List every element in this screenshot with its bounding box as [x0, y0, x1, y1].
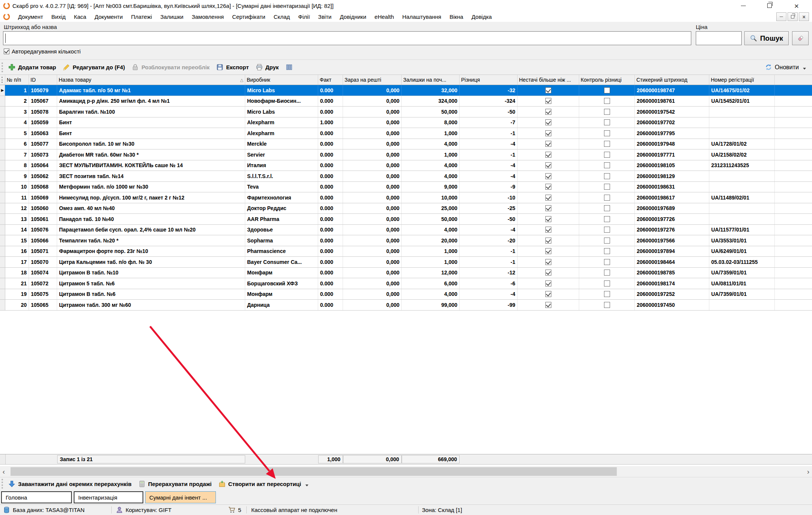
col-header-num[interactable]: № п/п [5, 75, 29, 85]
table-row[interactable]: 19105075Цитрамон В табл. №6Монфарм0.0000… [0, 289, 812, 300]
mdi-minimize-button[interactable] [776, 12, 786, 21]
menu-item-directories[interactable]: Довідники [335, 12, 370, 21]
edit-button[interactable]: Редагувати до (F4) [63, 64, 125, 71]
control-checkbox[interactable] [604, 152, 610, 158]
add-item-button[interactable]: Додати товар [8, 64, 56, 71]
minimize-button[interactable] [735, 0, 752, 11]
control-checkbox[interactable] [604, 270, 610, 276]
load-recounts-button[interactable]: Завантажити дані окремих перерахунків [8, 480, 132, 488]
barcode-input[interactable] [3, 31, 691, 45]
close-button[interactable]: × [788, 0, 805, 11]
table-row[interactable]: 14105076Парацетамол беби сусп. орал. 2,4… [0, 225, 812, 236]
menu-item-exit[interactable]: Вихід [47, 12, 70, 21]
control-checkbox[interactable] [604, 216, 610, 222]
table-row[interactable]: 8105064ЗЕСТ МУЛЬТИВИТАМИН. КОКТЕЙЛЬ саше… [0, 160, 812, 171]
table-row[interactable]: 20105065Цитрамон табл. 300 мг №60Дарница… [0, 300, 812, 311]
table-row[interactable]: 18105074Цитрамон В табл. №10Монфарм0.000… [0, 268, 812, 279]
table-row[interactable]: 5105063БинтAlexpharm0.0000,0001,000-1206… [0, 128, 812, 139]
shortage-checkbox[interactable] [545, 173, 551, 179]
export-button[interactable]: Експорт [216, 64, 249, 71]
table-row[interactable]: 2105067Амикацид р-р д/ин. 250 мг/мл фл. … [0, 96, 812, 107]
control-checkbox[interactable] [604, 109, 610, 115]
header-grip[interactable] [0, 75, 5, 85]
table-row[interactable]: ▶1105079Адамакс табл. п/о 50 мг №1Micro … [0, 85, 812, 96]
table-row[interactable]: 13105061Панадол таб. 10 №40AAR Pharma0.0… [0, 214, 812, 225]
shortage-checkbox[interactable] [545, 141, 551, 147]
control-checkbox[interactable] [604, 205, 610, 211]
col-header-producer[interactable]: Виробник [245, 75, 318, 85]
shortage-checkbox[interactable] [545, 280, 551, 286]
autoedit-checkbox[interactable] [4, 49, 9, 54]
scroll-right-arrow[interactable]: › [804, 466, 812, 477]
col-header-shortage[interactable]: Нестачі більше ніж ... [518, 75, 579, 85]
shortage-checkbox[interactable] [545, 162, 551, 168]
table-row[interactable]: 4105059БинтAlexpharm1.0000,0008,000-7206… [0, 117, 812, 128]
menu-item-stock[interactable]: Залишки [156, 12, 188, 21]
shortage-checkbox[interactable] [545, 119, 551, 125]
restore-button[interactable] [761, 0, 778, 11]
table-row[interactable]: 17105070Цитра Кальцемин таб. п/о фл. № 3… [0, 257, 812, 268]
mdi-close-button[interactable]: × [799, 12, 809, 21]
scrollbar-thumb[interactable] [11, 467, 617, 476]
shortage-checkbox[interactable] [545, 195, 551, 201]
shortage-checkbox[interactable] [545, 205, 551, 211]
table-row[interactable]: 6105077Бисопролол табл. 10 мг №30Merckle… [0, 139, 812, 150]
menu-item-document[interactable]: Документ [14, 12, 47, 21]
shortage-checkbox[interactable] [545, 109, 551, 115]
control-checkbox[interactable] [604, 130, 610, 136]
col-header-diff[interactable]: Різниця [460, 75, 518, 85]
shortage-checkbox[interactable] [545, 302, 551, 308]
control-checkbox[interactable] [604, 162, 610, 168]
toolbar-grip[interactable] [2, 479, 5, 489]
menu-item-certificates[interactable]: Сертифікати [228, 12, 269, 21]
control-checkbox[interactable] [604, 119, 610, 125]
recalculate-sales-button[interactable]: Перерахувати продажі [138, 480, 212, 488]
col-header-reg[interactable]: Номер регістрації [709, 75, 775, 85]
control-checkbox[interactable] [604, 173, 610, 179]
shortage-checkbox[interactable] [545, 238, 551, 244]
col-header-name[interactable]: Назва товару △ [57, 75, 245, 85]
shortage-checkbox[interactable] [545, 98, 551, 104]
shortage-checkbox[interactable] [545, 152, 551, 158]
col-header-id[interactable]: ID [29, 75, 57, 85]
table-row[interactable]: 9105062ЗЕСТ позитив табл. №14S.l.l.T.S.r… [0, 171, 812, 182]
menu-item-orders[interactable]: Замовлення [188, 12, 228, 21]
menu-item-reports[interactable]: Звіти [314, 12, 336, 21]
tab-inventory[interactable]: Інвентаризація [74, 491, 143, 503]
unlock-button[interactable]: Розблокувати переоблік [132, 64, 209, 71]
shortage-checkbox[interactable] [545, 184, 551, 190]
menu-item-ehealth[interactable]: eHealth [370, 12, 398, 21]
shortage-checkbox[interactable] [545, 87, 551, 93]
mdi-restore-button[interactable] [788, 12, 798, 21]
col-header-fact[interactable]: Факт [318, 75, 343, 85]
refresh-button[interactable]: Оновити [765, 60, 806, 75]
create-resort-act-button[interactable]: Створити акт пересортиці [219, 480, 308, 488]
menu-item-warehouse[interactable]: Склад [269, 12, 294, 21]
shortage-checkbox[interactable] [545, 259, 551, 265]
col-header-sticker[interactable]: Стикерний штрихкод [635, 75, 709, 85]
control-checkbox[interactable] [604, 87, 610, 93]
control-checkbox[interactable] [604, 184, 610, 190]
shortage-checkbox[interactable] [545, 227, 551, 233]
clear-button[interactable] [792, 31, 809, 45]
horizontal-scrollbar[interactable]: ‹ › [0, 466, 812, 477]
table-row[interactable]: 10105068Метформин табл. п/о 1000 мг №30T… [0, 182, 812, 193]
menu-item-settings[interactable]: Налаштування [398, 12, 446, 21]
control-checkbox[interactable] [604, 259, 610, 265]
print-button[interactable]: Друк [256, 64, 279, 71]
table-row[interactable]: 7105073Диабетон MR табл. 60мг №30 *Servi… [0, 149, 812, 160]
table-row[interactable]: 12105060Омез амп. 40 мл №40Доктор Реддис… [0, 203, 812, 214]
shortage-checkbox[interactable] [545, 216, 551, 222]
table-row[interactable]: 11105069Нимесулид пор. д/сусп. 100 мг/2 … [0, 192, 812, 203]
col-header-start[interactable]: Залишки на поч... [402, 75, 460, 85]
columns-button[interactable] [285, 64, 293, 71]
control-checkbox[interactable] [604, 141, 610, 147]
table-row[interactable]: 15105066Темпалгин табл. №20 *Sopharma0.0… [0, 235, 812, 246]
shortage-checkbox[interactable] [545, 130, 551, 136]
tab-summary-inventory[interactable]: Сумарні дані інвент ... [145, 491, 216, 503]
col-header-control[interactable]: Контроль різниці [579, 75, 635, 85]
scroll-left-arrow[interactable]: ‹ [0, 466, 8, 477]
shortage-checkbox[interactable] [545, 270, 551, 276]
price-input[interactable] [696, 31, 742, 45]
menu-item-windows[interactable]: Вікна [445, 12, 467, 21]
